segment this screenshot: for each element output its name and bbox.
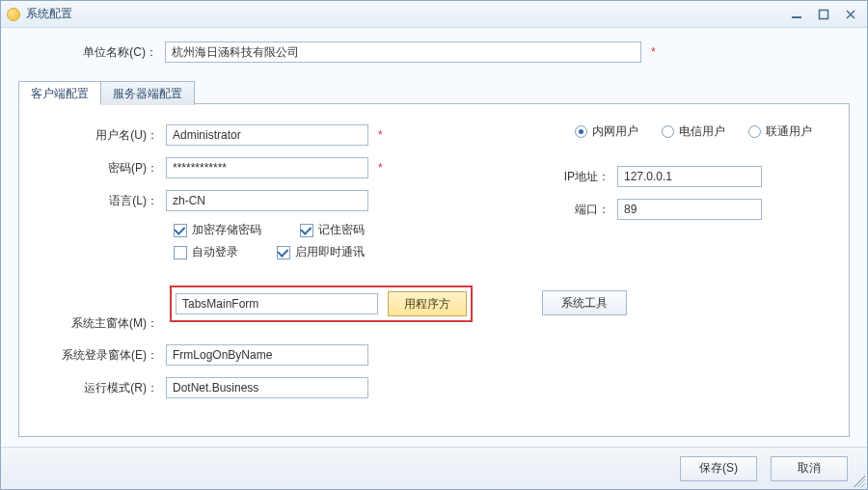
encrypt-password-checkbox[interactable]: 加密存储密码: [174, 222, 261, 238]
client-area: 单位名称(C)： * 客户端配置 服务器端配置 用户名(U)： * 密码(P)：: [1, 28, 867, 489]
runmode-label: 运行模式(R)：: [19, 380, 166, 396]
mainform-input[interactable]: [176, 293, 378, 314]
system-tools-button[interactable]: 系统工具: [542, 290, 627, 315]
radio-icon: [662, 125, 674, 138]
mainform-label: 系统主窗体(M)：: [19, 315, 166, 332]
unicom-user-label: 联通用户: [766, 123, 812, 140]
window-title: 系统配置: [26, 6, 72, 22]
config-tabs: 客户端配置 服务器端配置 用户名(U)： * 密码(P)： *: [18, 103, 850, 437]
left-column: 用户名(U)： * 密码(P)： * 语言(L)：: [19, 123, 521, 264]
port-input[interactable]: [617, 199, 762, 220]
resize-grip-icon[interactable]: [854, 476, 865, 487]
lan-user-label: 内网用户: [592, 123, 638, 140]
minimize-button[interactable]: [790, 8, 803, 21]
logonform-input[interactable]: [166, 344, 368, 366]
tab-strip: 客户端配置 服务器端配置: [18, 81, 194, 105]
encrypt-password-label: 加密存储密码: [192, 222, 261, 238]
enable-im-label: 启用即时通讯: [295, 244, 365, 260]
mainform-highlight-group: 用程序方: [170, 286, 473, 322]
network-user-radio-group: 内网用户 电信用户 联通用户: [575, 123, 839, 140]
username-label: 用户名(U)：: [19, 127, 166, 144]
tab-server[interactable]: 服务器端配置: [100, 81, 195, 105]
window-buttons: [790, 8, 861, 21]
org-required-mark: *: [651, 45, 656, 59]
port-label: 端口：: [559, 202, 617, 218]
telecom-user-radio[interactable]: 电信用户: [662, 123, 725, 140]
checkbox-icon: [277, 246, 290, 259]
password-required-mark: *: [378, 161, 383, 175]
cancel-button[interactable]: 取消: [771, 456, 848, 481]
app-icon: [7, 8, 20, 21]
auto-login-checkbox[interactable]: 自动登录: [174, 244, 238, 260]
username-required-mark: *: [378, 128, 383, 142]
telecom-user-label: 电信用户: [679, 123, 725, 140]
org-name-input[interactable]: [165, 41, 641, 63]
password-input[interactable]: [166, 157, 368, 178]
username-input[interactable]: [166, 124, 368, 146]
tab-client[interactable]: 客户端配置: [18, 81, 101, 105]
org-row: 单位名称(C)： *: [1, 41, 867, 63]
maximize-button[interactable]: [817, 8, 830, 21]
svg-rect-1: [820, 10, 828, 18]
runmode-input[interactable]: [166, 377, 368, 398]
org-name-label: 单位名称(C)：: [1, 44, 165, 61]
close-button[interactable]: [844, 8, 857, 21]
unicom-user-radio[interactable]: 联通用户: [748, 123, 812, 140]
titlebar: 系统配置: [1, 1, 867, 28]
save-button[interactable]: 保存(S): [680, 456, 757, 481]
program-mode-button[interactable]: 用程序方: [388, 291, 467, 316]
checkbox-icon: [174, 224, 187, 237]
radio-icon: [748, 125, 761, 138]
auto-login-label: 自动登录: [192, 244, 238, 260]
password-label: 密码(P)：: [19, 160, 166, 177]
ip-label: IP地址：: [559, 169, 617, 185]
tab-panel-client: 用户名(U)： * 密码(P)： * 语言(L)：: [19, 104, 849, 436]
remember-password-label: 记住密码: [318, 222, 365, 238]
svg-rect-0: [792, 16, 801, 18]
dialog-footer: 保存(S) 取消: [1, 447, 867, 489]
checkbox-icon: [300, 224, 313, 237]
enable-im-checkbox[interactable]: 启用即时通讯: [277, 244, 365, 260]
language-input[interactable]: [166, 190, 368, 211]
radio-icon: [575, 125, 587, 138]
ip-input[interactable]: [617, 166, 762, 187]
remember-password-checkbox[interactable]: 记住密码: [300, 222, 365, 238]
system-config-window: 系统配置 单位名称(C)： * 客户端配置 服务器端配置: [0, 0, 868, 490]
checkbox-icon: [174, 246, 187, 259]
language-label: 语言(L)：: [19, 193, 166, 209]
logonform-label: 系统登录窗体(E)：: [19, 347, 166, 364]
right-column: 内网用户 电信用户 联通用户 IP地址：: [559, 123, 839, 231]
lan-user-radio[interactable]: 内网用户: [575, 123, 638, 140]
